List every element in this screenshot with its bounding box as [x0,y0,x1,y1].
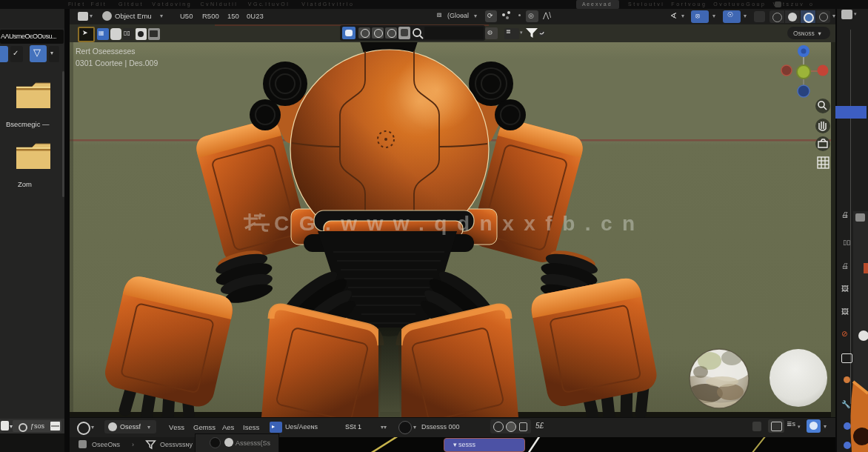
svg-text:CG.www.qdnxxfb.cn: CG.www.qdnxxfb.cn [274,212,645,235]
svg-text:0301 Cοοrtее | Dеs.009: 0301 Cοοrtее | Dеs.009 [76,59,158,67]
svg-text:Rеrt Oѕееѕѕеѕеs: Rеrt Oѕееѕѕеѕеs [76,47,136,56]
